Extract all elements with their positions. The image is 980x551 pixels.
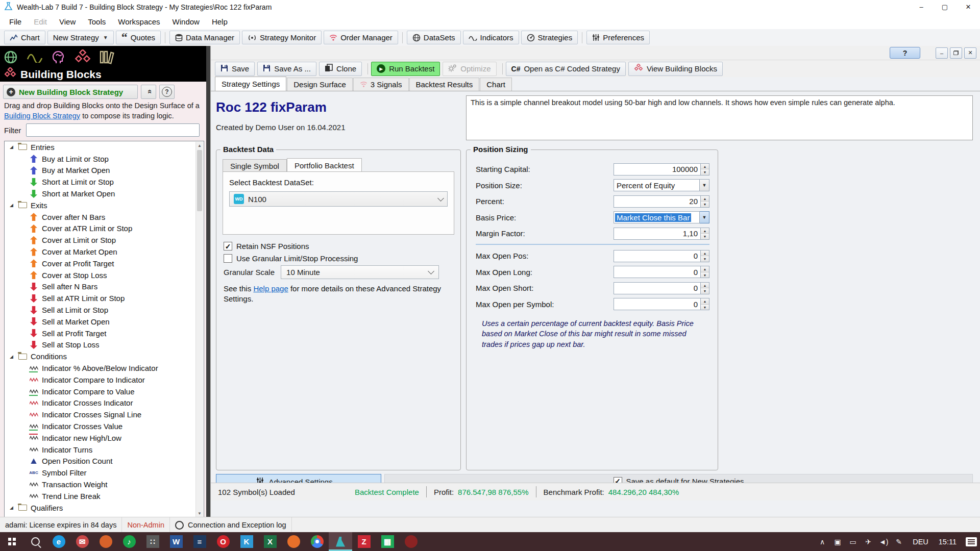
- granular-scale-combobox[interactable]: 10 Minute: [281, 265, 439, 279]
- tree-item[interactable]: ◢ Cover at ATR Limit or Stop: [5, 223, 204, 235]
- tree-item[interactable]: ◢ Buy at Limit or Stop: [5, 153, 204, 165]
- field-input[interactable]: 0: [614, 298, 701, 310]
- language-indicator[interactable]: DEU: [909, 538, 933, 546]
- tab-strategy-settings[interactable]: Strategy Settings: [215, 77, 286, 91]
- spinner-buttons[interactable]: ▲▼: [701, 228, 709, 240]
- taskbar-app-icon[interactable]: O: [211, 532, 235, 551]
- tree-item[interactable]: ◢ Indicator Crosses Indicator: [5, 397, 204, 409]
- filter-input[interactable]: [26, 123, 200, 137]
- connection-log[interactable]: Connection and Exception log: [170, 517, 292, 533]
- tree-item[interactable]: ◢ Transaction Weight: [5, 479, 204, 490]
- run-backtest-button[interactable]: ▶ Run Backtest: [371, 62, 440, 76]
- tree-item[interactable]: ◢ Indicator % Above/Below Indicator: [5, 362, 204, 374]
- tree-item[interactable]: ◢ Short at Limit or Stop: [5, 176, 204, 188]
- child-close-button[interactable]: ✕: [964, 47, 976, 59]
- expander-icon[interactable]: ◢: [10, 354, 17, 359]
- tray-icon[interactable]: ▣: [830, 538, 845, 546]
- strategy-help-button[interactable]: ?: [890, 47, 920, 59]
- sidebar-splitter[interactable]: [206, 46, 210, 517]
- tree-item[interactable]: ◢ Short at Market Open: [5, 188, 204, 199]
- tree-scrollbar[interactable]: ▲ ▼: [195, 142, 203, 517]
- new-building-block-strategy-button[interactable]: + New Building Block Strategy: [3, 85, 138, 99]
- taskbar-app-icon[interactable]: e: [47, 532, 70, 551]
- tab-portfolio-backtest[interactable]: Portfolio Backtest: [287, 158, 362, 172]
- tree-item[interactable]: ◢ Cover at Stop Loss: [5, 269, 204, 281]
- nav-indicators-wave-icon[interactable]: [27, 52, 43, 64]
- tree-item[interactable]: ◢ Sell at ATR Limit or Stop: [5, 292, 204, 304]
- strategy-monitor-button[interactable]: Strategy Monitor: [242, 31, 322, 44]
- spinner-buttons[interactable]: ▲▼: [701, 250, 709, 262]
- taskbar-app-icon[interactable]: [305, 532, 329, 551]
- combo-dropdown-button[interactable]: ▼: [700, 211, 709, 223]
- tree-item[interactable]: ◢ Cover at Limit or Stop: [5, 234, 204, 246]
- nav-building-blocks-icon[interactable]: [75, 49, 91, 66]
- clone-button[interactable]: Clone: [319, 62, 362, 76]
- taskbar-app-icon[interactable]: K: [235, 532, 258, 551]
- preferences-button[interactable]: Preferences: [586, 31, 650, 44]
- field-input[interactable]: 0: [614, 250, 701, 262]
- tree-item[interactable]: ◢ Indicator Turns: [5, 444, 204, 456]
- scroll-down-icon[interactable]: ▼: [198, 510, 202, 517]
- child-restore-button[interactable]: [950, 47, 962, 59]
- help-button[interactable]: ?: [159, 85, 175, 99]
- tree-item[interactable]: ◢ Cover after N Bars: [5, 211, 204, 223]
- field-input[interactable]: 0: [614, 282, 701, 294]
- help-page-link[interactable]: Help page: [253, 284, 288, 293]
- tree-item[interactable]: ◢ Indicator Crosses Signal Line: [5, 409, 204, 420]
- tab-signals[interactable]: 3 Signals: [353, 78, 409, 91]
- taskbar-app-icon[interactable]: ♪: [117, 532, 141, 551]
- tree-item[interactable]: ◢ Conditions: [5, 350, 204, 362]
- nav-library-books-icon[interactable]: [99, 50, 116, 66]
- expander-icon[interactable]: ◢: [10, 203, 17, 208]
- nav-datasets-globe-icon[interactable]: [3, 49, 18, 66]
- tree-item[interactable]: ◢ Indicator Compare to Indicator: [5, 374, 204, 386]
- field-input[interactable]: Market Close this Bar: [614, 211, 700, 223]
- notification-center-icon[interactable]: [966, 537, 977, 546]
- taskbar-app-icon[interactable]: [23, 532, 47, 551]
- scrollbar-thumb[interactable]: [197, 150, 202, 211]
- menu-item[interactable]: Workspaces: [112, 15, 166, 28]
- taskbar-app-icon[interactable]: X: [258, 532, 282, 551]
- tree-item[interactable]: ◢ Sell at Stop Loss: [5, 339, 204, 351]
- nav-brain-icon[interactable]: [51, 49, 66, 66]
- combo-dropdown-button[interactable]: ▼: [700, 179, 709, 191]
- tree-item[interactable]: ◢ Indicator Crosses Value: [5, 420, 204, 432]
- tree-item[interactable]: ◢ Sell after N Bars: [5, 281, 204, 293]
- save-button[interactable]: Save: [215, 62, 255, 76]
- taskbar-app-icon[interactable]: [94, 532, 117, 551]
- expander-icon[interactable]: ◢: [10, 505, 17, 510]
- indicators-button[interactable]: Indicators: [463, 31, 519, 44]
- menu-item[interactable]: Edit: [28, 15, 53, 28]
- tree-item[interactable]: ◢ Sell at Limit or Stop: [5, 304, 204, 316]
- tree-item[interactable]: ◢ Symbol Filter: [5, 467, 204, 479]
- collapse-all-button[interactable]: »: [141, 85, 156, 99]
- taskbar-app-icon[interactable]: [0, 532, 23, 551]
- datasets-button[interactable]: DataSets: [407, 31, 461, 44]
- taskbar-app-icon[interactable]: ≡: [188, 532, 211, 551]
- tray-icon[interactable]: ✈: [861, 538, 876, 546]
- spinner-buttons[interactable]: ▲▼: [701, 163, 709, 176]
- optimize-button[interactable]: Optimize: [443, 62, 496, 76]
- window-close-button[interactable]: ✕: [957, 0, 980, 14]
- menu-item[interactable]: Window: [166, 15, 206, 28]
- new-strategy-button[interactable]: New Strategy ▼: [47, 31, 114, 44]
- view-building-blocks-button[interactable]: View Building Blocks: [628, 62, 723, 76]
- tree-item[interactable]: ◢ Entries: [5, 141, 204, 153]
- order-manager-button[interactable]: Order Manager: [324, 31, 398, 44]
- spinner-buttons[interactable]: ▲▼: [701, 282, 709, 294]
- dataset-combobox[interactable]: WD N100: [229, 191, 448, 207]
- menu-item[interactable]: Help: [206, 15, 234, 28]
- data-manager-button[interactable]: Data Manager: [169, 31, 240, 44]
- tray-icon[interactable]: ◄): [876, 538, 891, 546]
- tree-item[interactable]: ◢ Indicator new High/Low: [5, 432, 204, 444]
- menu-item[interactable]: Tools: [82, 15, 112, 28]
- taskbar-app-icon[interactable]: [329, 532, 352, 551]
- granular-checkbox[interactable]: [224, 254, 232, 263]
- taskbar-app-icon[interactable]: ✉: [70, 532, 94, 551]
- tab-single-symbol[interactable]: Single Symbol: [223, 159, 287, 172]
- taskbar-app-icon[interactable]: [399, 532, 423, 551]
- tab-design-surface[interactable]: Design Surface: [287, 78, 353, 91]
- menu-item[interactable]: View: [53, 15, 82, 28]
- taskbar-app-icon[interactable]: Z: [352, 532, 376, 551]
- field-input[interactable]: Percent of Equity: [614, 179, 700, 191]
